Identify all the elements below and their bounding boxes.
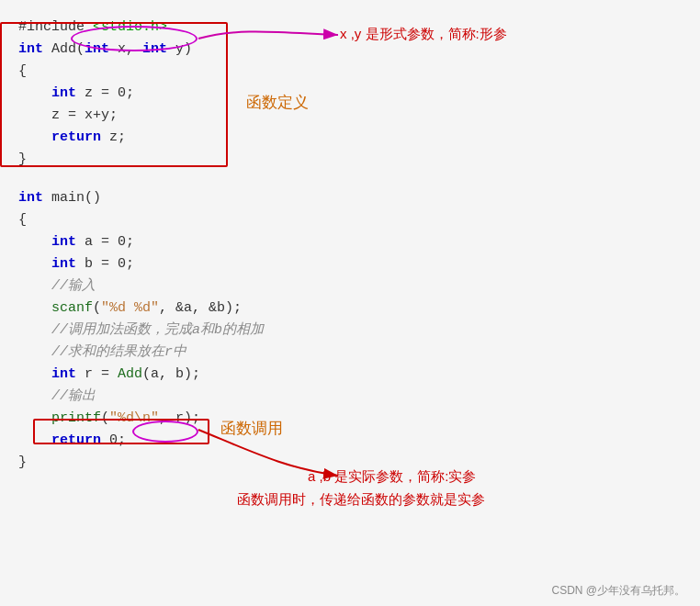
main-container: #include <stdio.h> int Add(int x, int y)… — [0, 0, 700, 606]
code-line-19: printf("%d\n", r); — [18, 408, 682, 430]
code-line-10: { — [18, 209, 682, 231]
code-line-6: return z; — [18, 127, 682, 149]
code-line-16: //求和的结果放在r中 — [18, 342, 682, 364]
code-line-4: int z = 0; — [18, 83, 682, 105]
code-line-9: int main() — [18, 187, 682, 209]
code-line-3: { — [18, 61, 682, 83]
func-call-annotation: 函数调用 — [220, 418, 283, 439]
code-line-17: int r = Add(a, b); — [18, 364, 682, 386]
code-line-12: int b = 0; — [18, 253, 682, 275]
code-line-15: //调用加法函数，完成a和b的相加 — [18, 320, 682, 342]
code-area: #include <stdio.h> int Add(int x, int y)… — [18, 17, 682, 474]
watermark: CSDN @少年没有乌托邦。 — [551, 583, 685, 599]
section-gap — [18, 171, 682, 187]
code-line-11: int a = 0; — [18, 231, 682, 253]
code-line-20: return 0; — [18, 430, 682, 452]
code-line-13: //输入 — [18, 275, 682, 297]
code-line-14: scanf("%d %d", &a, &b); — [18, 297, 682, 320]
formal-param-annotation: x ,y 是形式参数，简称:形参 — [340, 26, 507, 43]
code-line-5: z = x+y; — [18, 105, 682, 127]
code-line-7: } — [18, 149, 682, 171]
func-def-annotation: 函数定义 — [246, 92, 309, 113]
actual-param-annotation-1: a ,b 是实际参数，简称:实参 — [308, 468, 476, 486]
code-line-18: //输出 — [18, 386, 682, 408]
actual-param-annotation-2: 函数调用时，传递给函数的参数就是实参 — [237, 491, 485, 509]
